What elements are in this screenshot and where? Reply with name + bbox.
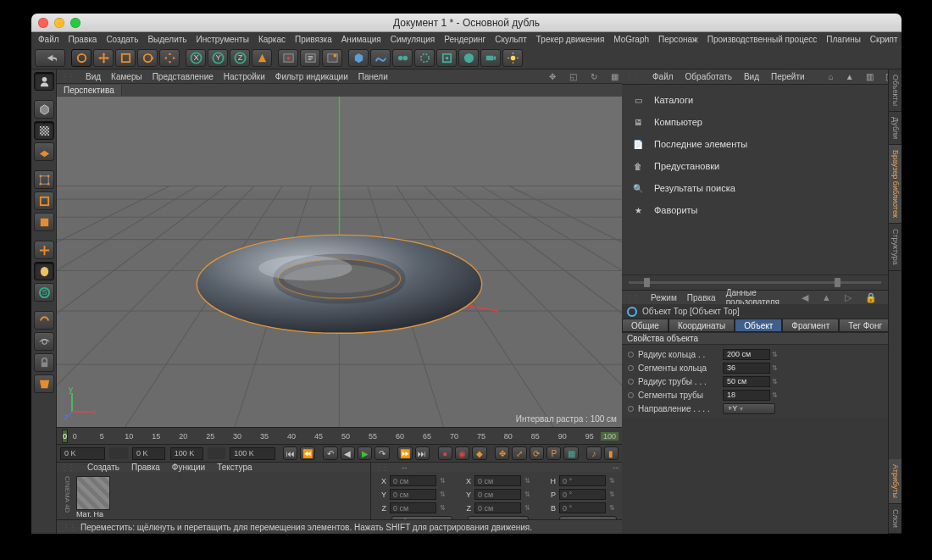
browser-item-4[interactable]: 🔍Результаты поиска <box>622 177 888 199</box>
model-mode-button[interactable] <box>34 72 54 91</box>
attr-up-icon[interactable]: ▲ <box>822 292 831 302</box>
attr-back-icon[interactable]: ◀ <box>802 292 808 303</box>
br-home-icon[interactable]: ⌂ <box>829 72 834 82</box>
add-prim-button[interactable] <box>348 49 369 67</box>
axis-x-button[interactable]: X <box>186 49 206 67</box>
add-camera-button[interactable] <box>480 49 501 67</box>
freemove-button[interactable] <box>159 49 180 67</box>
attr-field-4[interactable]: +Y <box>723 403 775 414</box>
close-icon[interactable] <box>38 18 48 28</box>
object-mode-button[interactable] <box>34 100 54 119</box>
axis-mode-button[interactable] <box>34 241 54 259</box>
pos-x-field[interactable]: 0 см <box>390 475 436 486</box>
rot-b-field[interactable]: 0 ° <box>559 502 606 513</box>
attr-field-1[interactable]: 36 <box>723 363 770 374</box>
attr-fwd-icon[interactable]: ▷ <box>845 292 852 303</box>
sidetab-bot-0[interactable]: Атрибуты <box>889 459 901 504</box>
menu-4[interactable]: Инструменты <box>197 35 249 44</box>
prev-key-icon[interactable]: ⏪ <box>300 446 314 460</box>
menu-1[interactable]: Правка <box>69 35 97 44</box>
menu-3[interactable]: Выделить <box>147 35 186 44</box>
br-up-icon[interactable]: ▲ <box>846 72 854 82</box>
menu-5[interactable]: Каркас <box>258 35 286 44</box>
attr-menu-mode[interactable]: Режим <box>651 293 677 302</box>
zoom-icon[interactable] <box>70 18 80 28</box>
add-nurbs-button[interactable] <box>392 49 413 67</box>
vp-zoom-icon[interactable]: ◱ <box>569 72 577 81</box>
move-button[interactable] <box>93 49 114 67</box>
mat-menu-func[interactable]: Функции <box>172 463 205 472</box>
attr-tab-1[interactable]: Координаты <box>668 319 735 332</box>
autokey-icon[interactable]: ◉ <box>455 446 469 460</box>
add-generator-button[interactable] <box>414 49 435 67</box>
record-icon[interactable]: ● <box>438 446 452 460</box>
attr-field-2[interactable]: 50 см <box>723 376 770 387</box>
undo-button[interactable] <box>35 49 65 67</box>
titlebar[interactable]: Документ 1 * - Основной дубль <box>31 14 901 32</box>
goto-end-icon[interactable]: ⏭ <box>415 446 430 460</box>
mat-menu-edit[interactable]: Правка <box>131 463 160 472</box>
visibility-button[interactable] <box>34 332 54 351</box>
br-menu-file[interactable]: Файл <box>652 72 674 81</box>
menu-15[interactable]: Плагины <box>826 35 861 44</box>
key-rot-icon[interactable]: ⟳ <box>530 446 544 460</box>
render-settings-button[interactable] <box>322 49 342 67</box>
scale-button[interactable] <box>115 49 136 67</box>
range-end-slider[interactable] <box>208 447 226 459</box>
sidetab-top-3[interactable]: Структура <box>889 224 901 271</box>
axis-y-button[interactable]: Y <box>208 49 228 67</box>
timeline-end-marker[interactable]: 100 <box>601 432 619 441</box>
key-param-icon[interactable]: P <box>546 446 561 460</box>
vp-menu-panels[interactable]: Панели <box>358 72 388 81</box>
keysel-icon[interactable]: ◆ <box>472 446 486 460</box>
snap-mode-button[interactable]: S <box>34 283 54 302</box>
range-start-slider[interactable] <box>109 447 128 459</box>
menu-11[interactable]: Трекер движения <box>536 35 605 44</box>
attr-tab-3[interactable]: Фрагмент <box>782 319 839 332</box>
undo-loop-icon[interactable]: ↶ <box>323 446 337 460</box>
mat-menu-create[interactable]: Создать <box>87 463 119 472</box>
menu-16[interactable]: Скрипт <box>870 35 898 44</box>
menu-7[interactable]: Анимация <box>341 35 381 44</box>
material-slot[interactable]: Мат. На <box>76 476 110 518</box>
vp-move-icon[interactable]: ✥ <box>549 72 556 81</box>
poly-mode-button[interactable] <box>34 213 54 231</box>
sidetab-bot-1[interactable]: Слои <box>889 504 901 534</box>
menu-13[interactable]: Персонаж <box>658 35 698 44</box>
view-tab-perspective[interactable]: Перспектива <box>57 85 122 96</box>
attr-anim-dot-2[interactable] <box>628 379 634 385</box>
vp-menu-display[interactable]: Представление <box>153 72 214 81</box>
scl-y-field[interactable]: 0 см <box>474 489 521 500</box>
menu-8[interactable]: Симуляция <box>391 35 435 44</box>
pos-y-field[interactable]: 0 см <box>390 489 436 500</box>
play-fwd-icon[interactable]: ▶ <box>358 446 372 460</box>
lock-mode-button[interactable] <box>34 353 54 372</box>
menu-14[interactable]: Производственный процесс <box>707 35 818 44</box>
attr-tab-2[interactable]: Объект <box>735 319 782 332</box>
br-menu-edit[interactable]: Обработать <box>685 72 732 81</box>
sidetab-top-1[interactable]: Дубли <box>889 112 901 145</box>
menu-12[interactable]: MoGraph <box>613 35 649 44</box>
render-pv-button[interactable] <box>300 49 320 67</box>
menu-0[interactable]: Файл <box>38 35 59 44</box>
add-spline-button[interactable] <box>370 49 391 67</box>
attr-anim-dot-3[interactable] <box>628 392 634 398</box>
browser-item-0[interactable]: ▭Каталоги <box>622 89 888 111</box>
attr-anim-dot-4[interactable] <box>628 406 634 412</box>
minimize-icon[interactable] <box>54 18 64 28</box>
vp-menu-view[interactable]: Вид <box>86 72 101 81</box>
br-menu-view[interactable]: Вид <box>744 72 759 81</box>
attr-tab-0[interactable]: Общие <box>622 319 668 332</box>
render-view-button[interactable] <box>278 49 298 67</box>
frame-cur-field[interactable]: 0 K <box>132 447 165 460</box>
rot-h-field[interactable]: 0 ° <box>559 475 606 486</box>
live-select-button[interactable] <box>71 49 92 67</box>
goto-start-icon[interactable]: ⏮ <box>283 446 297 460</box>
texture-mode-button[interactable] <box>34 121 54 140</box>
next-key-icon[interactable]: ⏩ <box>397 446 412 460</box>
br-views-icon[interactable]: ▥ <box>866 72 874 82</box>
add-light-button[interactable] <box>502 49 523 67</box>
workplane-mode-button[interactable] <box>34 142 54 161</box>
rotate-button[interactable] <box>137 49 158 67</box>
edge-mode-button[interactable] <box>34 191 54 210</box>
